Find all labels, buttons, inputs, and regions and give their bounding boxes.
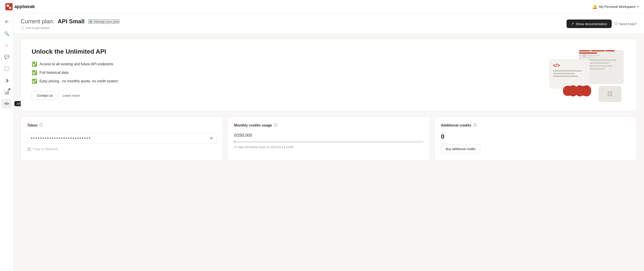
sidebar-item-favorites[interactable]: ☆ — [2, 40, 12, 50]
need-help-button[interactable]: ⓘ Need Help? — [614, 22, 637, 26]
sidebar: 👁 🔍 ☆ 💬 ◑ 📊 </> API — [0, 13, 14, 166]
page-header-left: Current plan: API Small ⚙️ Manage your p… — [21, 18, 120, 30]
plan-name: API Small — [58, 18, 85, 25]
book-icon: 📄 — [21, 26, 24, 30]
token-card-title: Token ⓘ — [27, 123, 216, 128]
credits-progress-fill — [234, 141, 235, 143]
buy-credits-button[interactable]: Buy additional credits — [441, 145, 480, 153]
token-card: Token ⓘ •••••••••••••••••••••••••• 👁 📋 C… — [21, 116, 223, 161]
token-help-icon[interactable]: ⓘ — [39, 123, 43, 128]
need-help-label: Need Help? — [619, 22, 637, 26]
monthly-title-text: Monthly credits usage — [234, 123, 272, 127]
workspace-label: My Personal Workspace — [599, 5, 636, 8]
page-header-right: ↗ Show documentation ⓘ Need Help? — [566, 19, 637, 28]
monthly-help-icon[interactable]: ⓘ — [274, 123, 277, 128]
infinity-symbol — [558, 81, 594, 102]
credits-progress-bar — [234, 141, 423, 143]
api-illustration: </> — [545, 48, 626, 102]
feature-item: ✅ Access to all existing and future API … — [32, 61, 545, 67]
sidebar-item-alerts[interactable]: 💬 — [2, 52, 12, 62]
copy-to-clipboard-button[interactable]: 📋 Copy to clipboard — [27, 147, 216, 151]
additional-help-icon[interactable]: ⓘ — [473, 123, 477, 128]
check-icon-3: ✅ — [32, 78, 37, 84]
eye-toggle-icon[interactable]: 👁 — [210, 136, 214, 141]
notification-badge — [8, 88, 10, 90]
sidebar-item-timeline[interactable]: ◑ — [2, 75, 12, 85]
plan-prefix: Current plan: — [21, 18, 54, 25]
sidebar-item-overview[interactable]: 👁 — [2, 17, 12, 27]
additional-credits-count: 0 — [441, 133, 630, 140]
additional-title-text: Additional credits — [441, 123, 471, 127]
navbar: apptweak 🔔 My Personal Workspace ▾ — [0, 0, 644, 13]
logo-text: apptweak — [14, 4, 35, 9]
feature-text-2: Full historical data — [40, 71, 68, 75]
bar-chart-icon: 📊 — [4, 89, 10, 95]
feature-item: ✅ Full historical data — [32, 70, 545, 75]
contact-us-button[interactable]: Contact us — [32, 91, 58, 100]
unlock-title: Unlock the Unlimited API — [32, 48, 545, 55]
monthly-credits-value: 0/250,000 — [234, 133, 423, 138]
monthly-credits-card: Monthly credits usage ⓘ 0/250,000 27 day… — [228, 116, 430, 161]
token-title-text: Token — [27, 123, 38, 127]
page-title: Current plan: API Small — [21, 18, 85, 25]
reset-text: 27 days left before reset on 2024-04-14 … — [234, 145, 423, 149]
feature-text-1: Access to all existing and future API en… — [40, 62, 113, 66]
svg-rect-0 — [7, 4, 9, 7]
svg-rect-1 — [9, 7, 11, 9]
page-header: Current plan: API Small ⚙️ Manage your p… — [14, 13, 644, 33]
sidebar-item-search[interactable]: 🔍 — [2, 29, 12, 38]
external-link-icon: ↗ — [571, 22, 574, 26]
clipboard-icon: 📋 — [27, 147, 31, 151]
unlock-card: Unlock the Unlimited API ✅ Access to all… — [21, 39, 637, 111]
chevron-down-icon: ▾ — [637, 5, 638, 8]
token-input-wrapper: •••••••••••••••••••••••••• 👁 — [27, 133, 216, 144]
workspace-menu[interactable]: 🔔 My Personal Workspace ▾ — [592, 4, 638, 9]
logo-icon — [6, 3, 12, 10]
code-icon: </> — [4, 102, 9, 105]
manage-plan-button[interactable]: ⚙️ Manage your plan — [88, 19, 120, 24]
copy-label: Copy to clipboard — [33, 147, 57, 151]
illustration-container: </> — [547, 48, 624, 102]
box-icon — [4, 66, 9, 71]
page-content: Unlock the Unlimited API ✅ Access to all… — [14, 33, 644, 166]
title-row: Current plan: API Small ⚙️ Manage your p… — [21, 18, 120, 25]
additional-credits-card: Additional credits ⓘ 0 Buy additional cr… — [434, 116, 637, 161]
unlock-features-list: ✅ Access to all existing and future API … — [32, 61, 545, 84]
eye-icon: 👁 — [4, 19, 9, 25]
additional-credits-title: Additional credits ⓘ — [441, 123, 630, 128]
check-icon-2: ✅ — [32, 70, 37, 75]
feature-text-3: Easy pricing - no monthly quota, no cred… — [40, 79, 118, 83]
star-icon: ☆ — [5, 43, 9, 48]
how-to-label: How to get started — [26, 26, 50, 30]
clock-icon: ◑ — [5, 78, 8, 83]
cards-row: Token ⓘ •••••••••••••••••••••••••• 👁 📋 C… — [21, 116, 637, 161]
main-content: Current plan: API Small ⚙️ Manage your p… — [14, 13, 644, 166]
show-docs-label: Show documentation — [576, 22, 607, 26]
token-value: •••••••••••••••••••••••••• — [31, 136, 91, 140]
logo[interactable]: apptweak — [6, 3, 35, 10]
how-to-link[interactable]: 📄 How to get started — [21, 26, 120, 30]
feature-item: ✅ Easy pricing - no monthly quota, no cr… — [32, 78, 545, 84]
unlock-card-left: Unlock the Unlimited API ✅ Access to all… — [32, 48, 545, 102]
manage-plan-label: Manage your plan — [94, 20, 119, 23]
unlock-actions: Contact us Learn more — [32, 91, 545, 100]
learn-more-link[interactable]: Learn more — [63, 94, 80, 97]
check-icon-1: ✅ — [32, 61, 37, 67]
help-icon: ⓘ — [614, 22, 618, 26]
search-icon: 🔍 — [4, 31, 9, 36]
sidebar-item-api[interactable]: </> API — [2, 99, 12, 109]
bell-icon: 🔔 — [592, 4, 597, 9]
monthly-credits-title: Monthly credits usage ⓘ — [234, 123, 423, 128]
sidebar-item-rankings[interactable]: 📊 — [2, 87, 12, 97]
sidebar-item-appbox[interactable] — [2, 64, 12, 74]
chat-icon: 💬 — [4, 54, 9, 59]
show-docs-button[interactable]: ↗ Show documentation — [566, 19, 612, 28]
gear-icon: ⚙️ — [89, 20, 92, 23]
